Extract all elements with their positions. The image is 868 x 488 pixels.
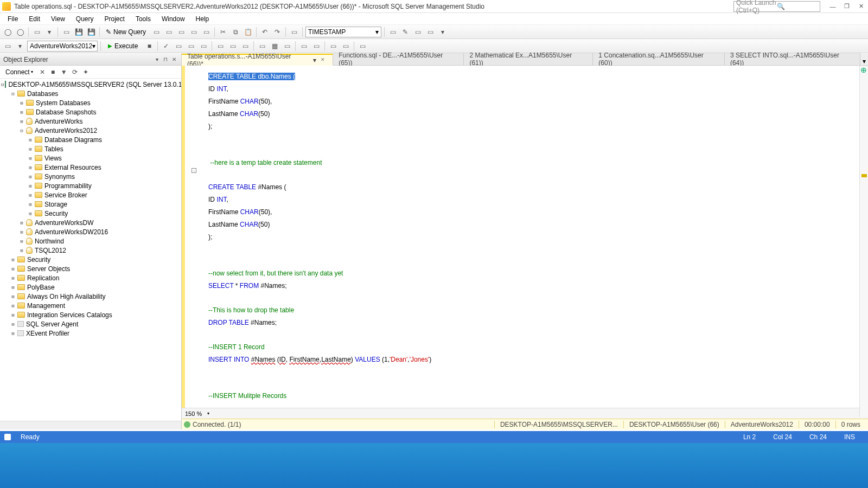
expand-icon[interactable]: ⊞ (27, 165, 34, 170)
new-query-button[interactable]: ✎ New Query (103, 27, 149, 37)
tree-xevent[interactable]: ⊞XEvent Profiler (0, 329, 181, 338)
paste-icon[interactable]: 📋 (242, 27, 253, 37)
tree-synonyms[interactable]: ⊞Synonyms (0, 172, 181, 181)
new-project-icon[interactable]: ▭ (31, 27, 42, 37)
tree-databases[interactable]: ⊟Databases (0, 89, 181, 98)
quick-launch-input[interactable]: Quick Launch (Ctrl+Q) 🔍 (733, 1, 820, 12)
outline-collapse-icon[interactable]: - (192, 168, 196, 173)
tree-db-snapshots[interactable]: ⊞Database Snapshots (0, 107, 181, 117)
expand-icon[interactable]: ⊞ (10, 331, 16, 336)
parse-icon[interactable]: ✓ (161, 41, 171, 52)
tree-sql-agent[interactable]: ⊞SQL Server Agent (0, 319, 181, 329)
close-button[interactable]: ✕ (856, 2, 866, 11)
expand-icon[interactable]: ⊞ (27, 183, 34, 189)
close-panel-icon[interactable]: ✕ (170, 56, 178, 63)
actual-plan-icon[interactable]: ▭ (215, 41, 226, 52)
expand-icon[interactable]: ⊞ (18, 229, 25, 235)
menu-file[interactable]: File (2, 14, 23, 24)
tree-server-objects[interactable]: ⊞Server Objects (0, 264, 181, 273)
close-tab-icon[interactable]: ✕ (321, 57, 327, 63)
tab-select-into[interactable]: 3 SELECT INTO.sql...-A1M5655\User (64)) (725, 53, 860, 65)
menu-project[interactable]: Project (99, 14, 130, 24)
tree-programmability[interactable]: ⊞Programmability (0, 181, 181, 190)
window-position-icon[interactable]: ▾ (153, 56, 161, 63)
expand-icon[interactable]: ⊞ (27, 137, 34, 143)
restore-button[interactable]: ❐ (842, 2, 852, 11)
client-stats-icon[interactable]: ▭ (240, 41, 251, 52)
dmx-query-icon[interactable]: ▭ (188, 27, 199, 37)
refresh-icon[interactable]: ⟳ (70, 67, 80, 77)
tree-db-awdw[interactable]: ⊞AdventureWorksDW (0, 218, 181, 227)
available-db-icon[interactable]: ▾ (15, 41, 25, 52)
execute-button[interactable]: ▶ Execute (104, 41, 142, 52)
expand-icon[interactable]: ⊞ (10, 294, 16, 299)
xmla-query-icon[interactable]: ▭ (201, 27, 212, 37)
save-all-icon[interactable]: 💾 (86, 27, 97, 37)
tree-isc[interactable]: ⊞Integration Services Catalogs (0, 310, 181, 319)
tree-db-tsql2012[interactable]: ⊞TSQL2012 (0, 246, 181, 255)
expand-icon[interactable]: ⊞ (10, 285, 16, 290)
tree-ext-resources[interactable]: ⊞External Resources (0, 163, 181, 172)
tree-security[interactable]: ⊞Security (0, 209, 181, 218)
tree-server-root[interactable]: ⊟DESKTOP-A1M5655\MSSQLSERVER2 (SQL Serve… (0, 80, 181, 89)
expand-icon[interactable]: ⊞ (18, 220, 25, 226)
tree-db-diagrams[interactable]: ⊞Database Diagrams (0, 135, 181, 144)
tree-db-awdw2016[interactable]: ⊞AdventureWorksDW2016 (0, 227, 181, 236)
tab-functions[interactable]: Functions.sql - DE...-A1M5655\User (65)) (333, 53, 464, 65)
tree-views[interactable]: ⊞Views (0, 153, 181, 163)
cancel-query-icon[interactable]: ■ (144, 41, 155, 52)
tree-always-on[interactable]: ⊞Always On High Availability (0, 292, 181, 301)
open-file-icon[interactable]: ▭ (61, 27, 72, 37)
live-stats-icon[interactable]: ▭ (227, 41, 238, 52)
expand-icon[interactable]: ⊞ (18, 119, 25, 124)
query-options-icon[interactable]: ▭ (186, 41, 196, 52)
results-grid-icon[interactable]: ▦ (269, 41, 280, 52)
expand-icon[interactable]: ⊞ (10, 275, 16, 281)
forward-icon[interactable]: ◯ (15, 27, 25, 37)
db-engine-query-icon[interactable]: ▭ (151, 27, 162, 37)
expand-icon[interactable]: ⊞ (27, 174, 34, 179)
expand-icon[interactable]: ⊞ (27, 146, 34, 152)
menu-tools[interactable]: Tools (130, 14, 156, 24)
solution-config-icon[interactable]: ▭ (289, 27, 299, 37)
auto-hide-icon[interactable]: ⊓ (162, 56, 169, 63)
expand-icon[interactable]: ⊞ (10, 303, 16, 309)
redo-icon[interactable]: ↷ (272, 27, 283, 37)
collapse-icon[interactable]: ⊟ (1, 82, 4, 87)
tb-misc-2[interactable]: ✎ (400, 27, 411, 37)
tree-root-security[interactable]: ⊞Security (0, 255, 181, 264)
specify-values-icon[interactable]: ▭ (357, 41, 368, 52)
tree-system-databases[interactable]: ⊞System Databases (0, 98, 181, 107)
expand-icon[interactable]: ⊞ (27, 156, 34, 161)
tb-misc-5[interactable]: ▾ (437, 27, 448, 37)
copy-icon[interactable]: ⧉ (230, 27, 241, 37)
estimated-plan-icon[interactable]: ▭ (173, 41, 184, 52)
expand-icon[interactable]: ⊞ (27, 211, 34, 216)
windows-taskbar[interactable] (0, 443, 868, 488)
tree-service-broker[interactable]: ⊞Service Broker (0, 190, 181, 200)
expand-icon[interactable]: ⊞ (10, 266, 16, 272)
expand-icon[interactable]: ⊞ (18, 248, 25, 253)
menu-query[interactable]: Query (71, 14, 99, 24)
change-connection-icon[interactable]: ▭ (2, 41, 13, 52)
expand-icon[interactable]: ⊞ (18, 110, 25, 115)
menu-edit[interactable]: Edit (23, 14, 46, 24)
tab-concatenation[interactable]: 1 Concatenation.sq...A1M5655\User (60)) (593, 53, 725, 65)
vertical-scrollbar[interactable]: ⊕ (859, 66, 868, 408)
tab-mathematical[interactable]: 2 Mathematical Ex...A1M5655\User (61)) (464, 53, 593, 65)
as-query-icon[interactable]: ▭ (163, 27, 174, 37)
tb-misc-1[interactable]: ▭ (387, 27, 398, 37)
tree-replication[interactable]: ⊞Replication (0, 273, 181, 282)
code-editor[interactable]: CREATE TABLE dbo.Names ( ID INT, FirstNa… (201, 66, 868, 408)
uncomment-icon[interactable]: ▭ (311, 41, 322, 52)
zoom-dropdown-icon[interactable]: ▾ (205, 411, 212, 416)
tab-table-operations[interactable]: Table operations.s...-A1M5655\User (66))… (182, 54, 333, 66)
search-oe-icon[interactable]: ✦ (81, 67, 91, 77)
connect-button[interactable]: Connect▾ (2, 68, 36, 76)
filter-icon[interactable]: ▼ (59, 67, 69, 77)
tab-dropdown-icon[interactable]: ▾ (311, 56, 318, 64)
active-files-dropdown[interactable]: ▾ (860, 57, 868, 65)
mdx-query-icon[interactable]: ▭ (176, 27, 187, 37)
intellisense-icon[interactable]: ▭ (198, 41, 209, 52)
collapse-icon[interactable]: ⊟ (18, 128, 25, 133)
